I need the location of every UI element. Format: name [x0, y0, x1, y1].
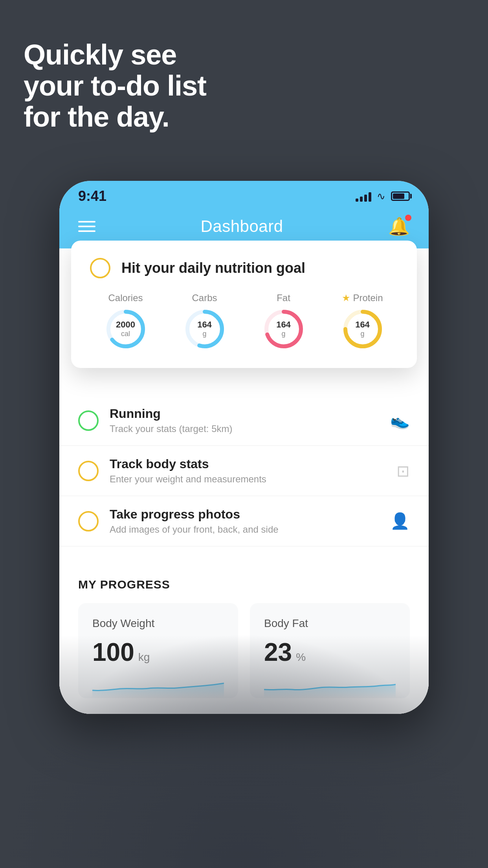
wifi-icon: ∿ [377, 190, 385, 202]
running-info: Running Track your stats (target: 5km) [110, 406, 233, 434]
nav-title: Dashboard [201, 217, 283, 236]
nutrition-calories: Calories 2000 cal [104, 292, 147, 351]
body-weight-title: Body Weight [92, 617, 224, 630]
body-weight-value: 100 kg [92, 638, 224, 667]
nutrition-card-title: Hit your daily nutrition goal [121, 260, 305, 276]
photos-info: Take progress photos Add images of your … [110, 507, 279, 535]
photos-icon: 👤 [390, 512, 410, 530]
notification-dot [405, 215, 411, 221]
body-fat-value: 23 % [264, 638, 396, 667]
fat-donut: 164 g [262, 307, 305, 351]
photos-subtitle: Add images of your front, back, and side [110, 524, 279, 535]
todo-item-running[interactable]: Running Track your stats (target: 5km) 👟 [59, 395, 429, 446]
todo-running-left: Running Track your stats (target: 5km) [78, 406, 233, 434]
status-icons: ∿ [356, 190, 410, 202]
status-bar: 9:41 ∿ [59, 181, 429, 208]
nutrition-check-circle[interactable] [90, 258, 110, 278]
carbs-label: Carbs [192, 292, 217, 303]
running-subtitle: Track your stats (target: 5km) [110, 423, 233, 434]
nutrition-fat: Fat 164 g [262, 292, 305, 351]
body-fat-card[interactable]: Body Fat 23 % [250, 603, 410, 698]
hero-line2: your to-do list [24, 70, 206, 101]
menu-button[interactable] [78, 221, 95, 232]
todo-item-photos[interactable]: Take progress photos Add images of your … [59, 496, 429, 546]
calories-donut: 2000 cal [104, 307, 147, 351]
hero-line1: Quickly see [24, 39, 206, 70]
fat-label: Fat [277, 292, 290, 303]
carbs-donut: 164 g [183, 307, 226, 351]
phone-frame: 9:41 ∿ Dashboard 🔔 THINGS TO DO TODA [59, 181, 429, 714]
body-fat-unit: % [296, 651, 306, 664]
todo-photos-left: Take progress photos Add images of your … [78, 507, 279, 535]
body-fat-number: 23 [264, 638, 292, 667]
body-stats-title: Track body stats [110, 457, 266, 471]
calories-label: Calories [108, 292, 143, 303]
status-time: 9:41 [78, 188, 106, 204]
body-weight-number: 100 [92, 638, 134, 667]
running-icon: 👟 [390, 411, 410, 430]
running-check[interactable] [78, 410, 99, 431]
nutrition-carbs: Carbs 164 g [183, 292, 226, 351]
protein-label: ★ Protein [342, 292, 383, 303]
running-title: Running [110, 406, 233, 421]
body-weight-card[interactable]: Body Weight 100 kg [78, 603, 238, 698]
body-fat-title: Body Fat [264, 617, 396, 630]
body-fat-chart [264, 675, 396, 698]
progress-section: MY PROGRESS Body Weight 100 kg [59, 562, 429, 714]
notification-button[interactable]: 🔔 [388, 216, 410, 237]
photos-title: Take progress photos [110, 507, 279, 522]
body-stats-subtitle: Enter your weight and measurements [110, 474, 266, 485]
main-content: THINGS TO DO TODAY Hit your daily nutrit… [59, 248, 429, 714]
body-stats-icon: ⊡ [396, 462, 410, 480]
todo-body-left: Track body stats Enter your weight and m… [78, 457, 266, 485]
nutrition-grid: Calories 2000 cal Carbs [90, 292, 398, 351]
body-stats-check[interactable] [78, 461, 99, 481]
hero-line3: for the day. [24, 101, 206, 132]
nutrition-card: Hit your daily nutrition goal Calories 2… [71, 241, 417, 368]
battery-icon [391, 191, 410, 201]
body-weight-unit: kg [138, 651, 150, 664]
todo-item-body-stats[interactable]: Track body stats Enter your weight and m… [59, 446, 429, 496]
nutrition-card-header: Hit your daily nutrition goal [90, 258, 398, 278]
protein-donut: 164 g [341, 307, 384, 351]
progress-header: MY PROGRESS [78, 578, 410, 591]
signal-icon [356, 191, 371, 202]
hero-text: Quickly see your to-do list for the day. [24, 39, 206, 133]
body-stats-info: Track body stats Enter your weight and m… [110, 457, 266, 485]
photos-check[interactable] [78, 511, 99, 531]
progress-grid: Body Weight 100 kg [78, 603, 410, 698]
nutrition-protein: ★ Protein 164 g [341, 292, 384, 351]
body-weight-chart [92, 675, 224, 698]
star-icon: ★ [342, 292, 350, 303]
